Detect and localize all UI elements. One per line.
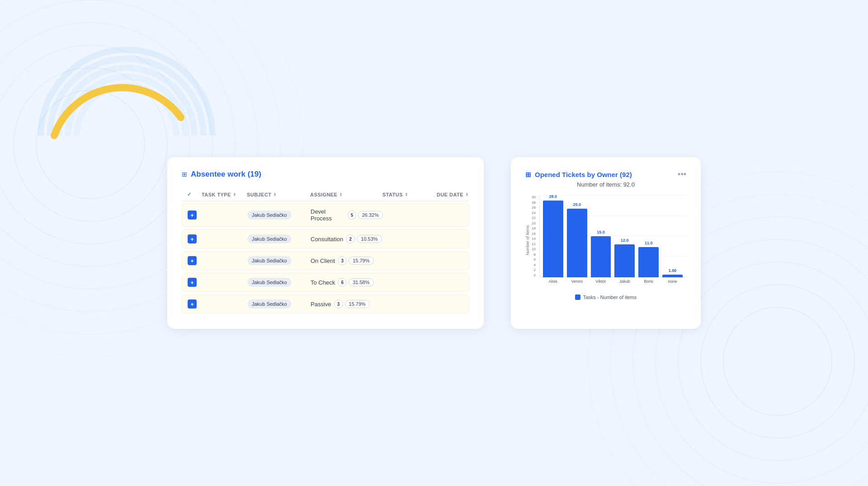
y-label: 18: [532, 226, 536, 230]
bar-alois: 28.0: [543, 194, 563, 277]
row-assignee: Jakub Sedlačko: [247, 210, 292, 220]
bar-jakub: 12.0: [614, 238, 635, 277]
y-axis-numbers: 30 28 26 24 22 20 18 16 14 12 10 8 6 4 2…: [532, 195, 538, 285]
col-task-type: TASK TYPE ⇕: [202, 192, 247, 197]
row-subject: Consultation: [311, 236, 343, 243]
col-status: STATUS ⇕: [382, 192, 437, 197]
table-row: + Jakub Sedlačko Consultation 2 10.53%: [182, 229, 469, 248]
y-label: 14: [532, 237, 536, 241]
row-count: 3: [334, 299, 343, 308]
row-subject-wrap: Consultation 2 10.53%: [311, 234, 383, 243]
sort-icon-subject: ⇕: [273, 192, 277, 197]
chart-card: ⊞ Opened Tickets by Owner (92) ••• Numbe…: [511, 157, 701, 329]
row-expand-col[interactable]: +: [188, 234, 202, 243]
y-label: 4: [533, 263, 535, 267]
x-label-viktor: Viktór: [591, 279, 611, 284]
row-subject-wrap: Devel Process 5 26.32%: [311, 208, 383, 222]
row-percent: 10.53%: [357, 235, 382, 243]
y-label: 28: [532, 201, 536, 205]
col-due-date: DUE DATE ⇕: [437, 192, 491, 197]
y-label: 6: [533, 257, 535, 262]
expand-button[interactable]: +: [188, 278, 197, 287]
expand-button[interactable]: +: [188, 210, 197, 220]
expand-button[interactable]: +: [188, 256, 197, 265]
x-label-boris: Boris: [638, 279, 659, 284]
bar-value: 11.0: [645, 241, 653, 245]
row-assignee: Jakub Sedlačko: [247, 256, 292, 265]
bar-value: 28.0: [549, 194, 557, 199]
card-title-text: Absentee work (19): [191, 170, 261, 179]
row-expand-col[interactable]: +: [188, 278, 202, 287]
y-label: 24: [532, 211, 536, 215]
row-count: 6: [338, 278, 347, 287]
y-axis-label: Number of items: [525, 195, 530, 285]
row-subject: On Client: [311, 257, 335, 264]
row-subject-col: Jakub Sedlačko: [247, 256, 311, 265]
row-assignee: Jakub Sedlačko: [247, 278, 292, 287]
col-check: ✓: [187, 192, 202, 197]
row-subject: Passive: [311, 301, 331, 308]
row-subject-wrap: To Check 6 31.58%: [311, 278, 383, 287]
y-label: 30: [532, 195, 536, 199]
table-row: + Jakub Sedlačko Passive 3 15.79%: [182, 294, 469, 313]
row-expand-col[interactable]: +: [188, 256, 202, 265]
bars-container: 28.0 25.0 15.0 12.0: [539, 195, 686, 277]
y-label: 8: [533, 252, 535, 257]
y-label: 22: [532, 216, 536, 220]
row-subject-col: Jakub Sedlačko: [247, 234, 311, 243]
sort-icon-task-type: ⇕: [233, 192, 236, 197]
bar-chart: Number of items 30 28 26 24 22 20 18 16 …: [525, 195, 686, 285]
row-count: 2: [346, 234, 355, 243]
y-label: 16: [532, 232, 536, 236]
bars-area: 28.0 25.0 15.0 12.0: [539, 195, 686, 285]
table-row: + Jakub Sedlačko On Client 3 15.79%: [182, 251, 469, 270]
chart-more-button[interactable]: •••: [678, 170, 686, 179]
chart-title-icon: ⊞: [525, 171, 531, 179]
row-percent: 15.79%: [349, 257, 373, 265]
row-percent: 31.58%: [349, 278, 373, 286]
bar-rect: [591, 236, 611, 277]
bar-rect: [567, 209, 587, 277]
row-subject-col: Jakub Sedlačko: [247, 210, 311, 220]
row-percent: 26.32%: [358, 211, 383, 219]
chart-title: ⊞ Opened Tickets by Owner (92): [525, 171, 632, 179]
x-labels: Alois Veroni Viktór Jakub Boris none: [539, 277, 686, 284]
sort-icon-due-date: ⇕: [465, 192, 469, 197]
y-label: 12: [532, 242, 536, 246]
y-label: 26: [532, 206, 536, 210]
bar-rect: [638, 247, 659, 277]
bar-veroni: 25.0: [567, 202, 587, 277]
row-subject-wrap: Passive 3 15.79%: [311, 299, 383, 308]
table-header: ✓ TASK TYPE ⇕ SUBJECT ⇕ ASSIGNEE ⇕ STATU…: [182, 188, 469, 201]
bar-boris: 11.0: [638, 241, 659, 277]
y-label: 0: [533, 273, 535, 277]
row-count: 3: [338, 256, 347, 265]
y-label: 2: [533, 268, 535, 272]
expand-button[interactable]: +: [188, 234, 197, 243]
bar-rect: [662, 275, 683, 277]
bar-value: 12.0: [621, 238, 629, 243]
row-subject-col: Jakub Sedlačko: [247, 299, 311, 308]
row-subject: To Check: [311, 279, 335, 286]
bar-none: 1.00: [662, 268, 683, 277]
check-mark-icon: ✓: [187, 192, 191, 197]
row-expand-col[interactable]: +: [188, 299, 202, 308]
chart-subtitle: Number of items: 92.0: [525, 181, 686, 188]
row-expand-col[interactable]: +: [188, 210, 202, 220]
x-label-veroni: Veroni: [567, 279, 587, 284]
expand-button[interactable]: +: [188, 299, 197, 308]
table-row: + Jakub Sedlačko Devel Process 5 26.32%: [182, 203, 469, 227]
row-subject-col: Jakub Sedlačko: [247, 278, 311, 287]
sort-icon-assignee: ⇕: [339, 192, 343, 197]
chart-title-text: Opened Tickets by Owner (92): [535, 171, 632, 178]
task-table: ✓ TASK TYPE ⇕ SUBJECT ⇕ ASSIGNEE ⇕ STATU…: [182, 188, 469, 313]
legend-label: Tasks - Number of items: [583, 294, 637, 300]
bar-rect: [614, 244, 635, 277]
chart-header: ⊞ Opened Tickets by Owner (92) •••: [525, 170, 686, 179]
chart-legend: Tasks - Number of items: [525, 294, 686, 300]
bar-value: 25.0: [573, 202, 581, 207]
bar-value: 15.0: [597, 230, 605, 234]
legend-color-dot: [575, 294, 580, 300]
absentee-work-card: ⊞ Absentee work (19) ✓ TASK TYPE ⇕ SUBJE…: [167, 157, 484, 329]
col-subject: SUBJECT ⇕: [247, 192, 310, 197]
